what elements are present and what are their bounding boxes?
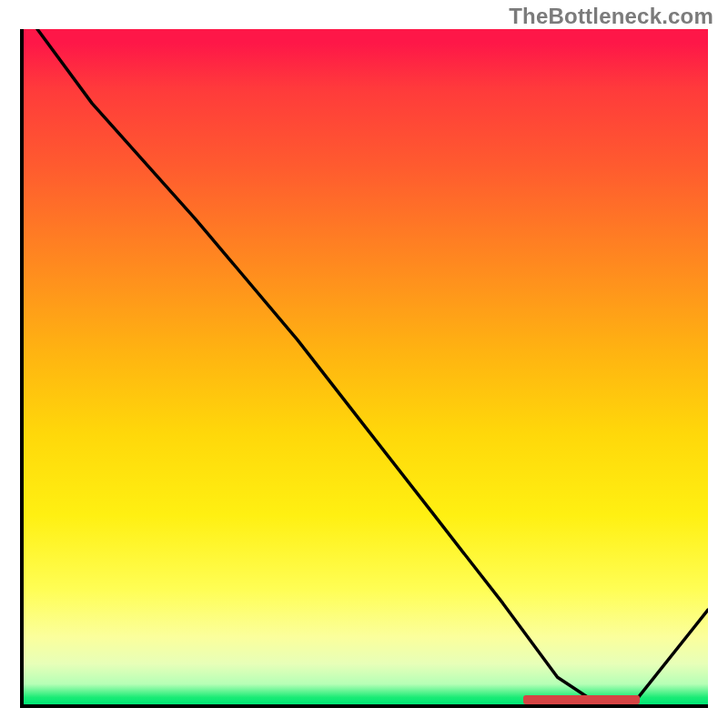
- optimal-range-marker: [523, 695, 640, 704]
- watermark-text: TheBottleneck.com: [509, 4, 713, 29]
- chart-container: TheBottleneck.com: [0, 0, 728, 728]
- line-curve: [24, 29, 708, 704]
- plot-area: [20, 29, 708, 708]
